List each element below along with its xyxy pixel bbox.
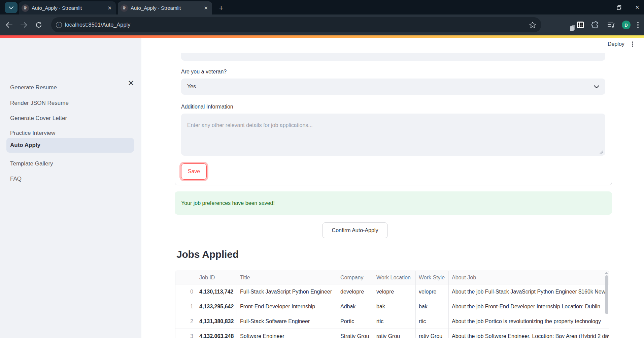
tab-title: Auto_Apply · Streamlit	[131, 5, 202, 11]
resize-handle-icon[interactable]	[599, 150, 603, 154]
sidebar-item-label: Template Gallery	[10, 160, 53, 167]
tab-search-button[interactable]	[5, 2, 18, 13]
forward-button[interactable]	[18, 19, 30, 31]
cell-work-style[interactable]: rtic	[416, 314, 449, 329]
row-index: 3	[175, 329, 196, 338]
jobs-table[interactable]: Job ID Title Company Work Location Work …	[175, 271, 609, 338]
restore-button[interactable]	[615, 3, 623, 11]
cell-job-id[interactable]: 4,131,380,832	[196, 314, 237, 329]
sidebar-item-template-gallery[interactable]: Template Gallery	[6, 156, 134, 171]
cell-work-style[interactable]: velopre	[416, 284, 449, 299]
url-text: localhost:8501/Auto_Apply	[65, 22, 130, 28]
sidebar-item-generate-cover-letter[interactable]: Generate Cover Letter	[6, 111, 134, 126]
success-alert-text: Your job preferences have been saved!	[181, 200, 275, 206]
veteran-select-value: Yes	[187, 84, 196, 90]
new-tab-button[interactable]: +	[216, 3, 226, 13]
cell-company[interactable]: Strativ Grou	[337, 329, 373, 338]
cell-title[interactable]: Software Engineer	[237, 329, 337, 338]
cell-job-id[interactable]: 4,133,295,642	[196, 299, 237, 314]
cell-work-location[interactable]: rtic	[373, 314, 416, 329]
cell-title[interactable]: Full-Stack Software Engineer	[237, 314, 337, 329]
browser-menu-icon[interactable]	[637, 22, 639, 28]
scrollbar-down-arrow-icon[interactable]	[604, 335, 608, 337]
sidebar-item-label: Generate Cover Letter	[10, 115, 67, 122]
cell-company[interactable]: Adbak	[337, 299, 373, 314]
app-menu-icon[interactable]	[632, 41, 633, 47]
sidebar-item-label: Generate Resume	[10, 84, 57, 91]
back-button[interactable]	[3, 19, 15, 31]
table-header-row: Job ID Title Company Work Location Work …	[175, 271, 609, 284]
streamlit-favicon: ♛	[22, 4, 29, 12]
cell-about-job[interactable]: About the job Software Engineer, Locatio…	[449, 329, 609, 338]
column-header-about-job[interactable]: About Job	[449, 271, 609, 284]
cell-title[interactable]: Full-Stack JavaScript Python Engineer	[237, 284, 337, 299]
column-header-title[interactable]: Title	[237, 271, 337, 284]
sidebar: ✕ Generate Resume Render JSON Resume Gen…	[0, 38, 141, 338]
sidebar-item-faq[interactable]: FAQ	[6, 172, 134, 186]
sidebar-item-generate-resume[interactable]: Generate Resume	[6, 80, 134, 95]
grid-extension-icon[interactable]	[577, 22, 584, 28]
site-info-icon[interactable]: i	[56, 22, 62, 28]
browser-titlebar: ♛ Auto_Apply · Streamlit ✕ ♛ Auto_Apply …	[0, 0, 644, 14]
clipped-input-bottom[interactable]	[181, 53, 605, 61]
profile-avatar[interactable]: D	[622, 21, 631, 29]
address-bar[interactable]: i localhost:8501/Auto_Apply	[51, 17, 541, 32]
save-button[interactable]: Save	[181, 163, 207, 180]
sidebar-item-label: Practice Interview	[10, 130, 55, 136]
app-header-actions: Deploy	[608, 41, 633, 47]
cell-about-job[interactable]: About the job Full-Stack JavaScript Pyth…	[449, 284, 609, 299]
sidebar-item-label: Render JSON Resume	[10, 100, 69, 106]
cell-work-location[interactable]: rativ Grou	[373, 329, 416, 338]
cell-title[interactable]: Front-End Developer Internship	[237, 299, 337, 314]
chevron-down-icon	[9, 6, 13, 9]
chevron-down-icon	[594, 85, 599, 88]
table-row[interactable]: 1 4,133,295,642 Front-End Developer Inte…	[175, 299, 609, 314]
cell-work-style[interactable]: bak	[416, 299, 449, 314]
column-header-job-id[interactable]: Job ID	[196, 271, 237, 284]
cell-company[interactable]: developre	[337, 284, 373, 299]
reload-button[interactable]	[33, 19, 44, 31]
column-header-company[interactable]: Company	[337, 271, 373, 284]
media-controls-icon[interactable]	[608, 22, 615, 28]
tab-close-icon[interactable]: ✕	[105, 5, 116, 11]
tab-title: Auto_Apply · Streamlit	[32, 5, 105, 11]
confirm-auto-apply-button[interactable]: Confirm Auto-Apply	[322, 222, 388, 238]
deploy-button[interactable]: Deploy	[608, 41, 624, 47]
sidebar-item-auto-apply[interactable]: Auto Apply	[6, 138, 134, 153]
table-row[interactable]: 3 4,132,063,248 Software Engineer Strati…	[175, 329, 609, 338]
column-header-work-style[interactable]: Work Style	[416, 271, 449, 284]
window-controls: — ✕	[597, 0, 641, 14]
cell-about-job[interactable]: About the job Front-End Developer Intern…	[449, 299, 609, 314]
cell-work-style[interactable]: rativ Grou	[416, 329, 449, 338]
row-index: 0	[175, 284, 196, 299]
bookmark-star-icon[interactable]	[529, 22, 536, 28]
table-row[interactable]: 2 4,131,380,832 Full-Stack Software Engi…	[175, 314, 609, 329]
veteran-select[interactable]: Yes	[181, 79, 605, 95]
column-header-work-location[interactable]: Work Location	[373, 271, 416, 284]
tab-close-icon[interactable]: ✕	[202, 5, 212, 11]
cell-job-id[interactable]: 4,130,113,742	[196, 284, 237, 299]
cell-about-job[interactable]: About the job Portico is revolutionizing…	[449, 314, 609, 329]
cell-work-location[interactable]: velopre	[373, 284, 416, 299]
streamlit-favicon: ♛	[121, 4, 128, 12]
cell-job-id[interactable]: 4,132,063,248	[196, 329, 237, 338]
cell-company[interactable]: Portic	[337, 314, 373, 329]
row-index: 1	[175, 299, 196, 314]
sidebar-item-label: Auto Apply	[10, 142, 40, 149]
table-scrollbar[interactable]	[605, 275, 608, 314]
table-row[interactable]: 0 4,130,113,742 Full-Stack JavaScript Py…	[175, 284, 609, 299]
streamlit-decoration-bar	[0, 35, 644, 38]
browser-tab-2-active[interactable]: ♛ Auto_Apply · Streamlit ✕	[118, 1, 212, 14]
additional-info-textarea[interactable]	[187, 122, 599, 147]
index-column-header[interactable]	[175, 271, 196, 284]
browser-tab-1[interactable]: ♛ Auto_Apply · Streamlit ✕	[19, 1, 116, 14]
cell-work-location[interactable]: bak	[373, 299, 416, 314]
sidebar-item-render-json-resume[interactable]: Render JSON Resume	[6, 96, 134, 111]
toolbar-extensions-area: D	[570, 14, 644, 35]
close-window-button[interactable]: ✕	[633, 3, 641, 11]
scrollbar-up-arrow-icon[interactable]	[604, 272, 608, 274]
screen: ♛ Auto_Apply · Streamlit ✕ ♛ Auto_Apply …	[0, 0, 644, 338]
minimize-button[interactable]: —	[597, 3, 605, 11]
success-alert: Your job preferences have been saved!	[175, 191, 612, 215]
extensions-puzzle-icon[interactable]	[591, 21, 599, 29]
